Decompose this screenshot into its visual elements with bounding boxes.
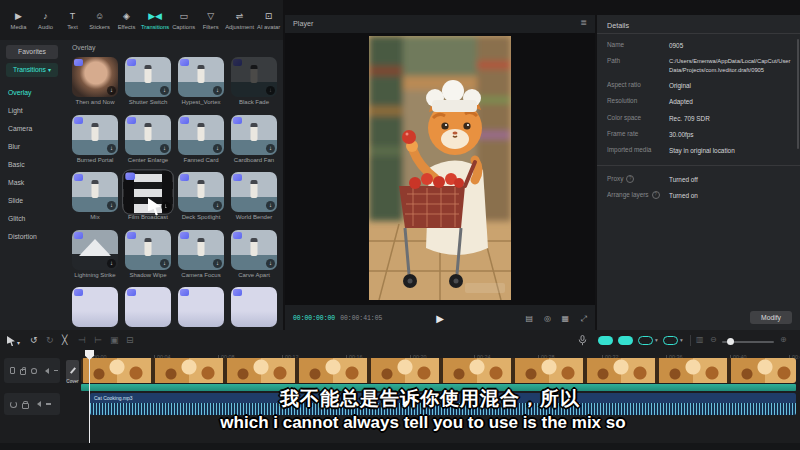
quality-icon[interactable]: ▦ [561,314,569,324]
transition-card[interactable] [123,287,173,330]
select-tool-caret-icon[interactable]: ▾ [17,337,20,349]
transition-thumbnail: ↓ [125,230,171,270]
trim-right-icon[interactable]: ⊢ [94,334,102,346]
transition-card[interactable] [70,287,120,330]
nav-audio[interactable]: ♪Audio [33,11,58,30]
sidebar-item-overlay[interactable]: Overlay [8,84,58,102]
sidebar-item-basic[interactable]: Basic [8,156,58,174]
transition-card-label: Film Broadcast [123,214,173,220]
transition-card-label: Center Enlarge [123,157,173,163]
transition-thumbnail: ↓ [178,172,224,212]
details-toggles: Proxy?Turned off Arrange layers?Turned o… [607,175,793,208]
sidebar-item-blur[interactable]: Blur [8,138,58,156]
nav-text[interactable]: TText [60,11,85,30]
chevron-down-icon[interactable]: ▾ [680,337,683,343]
timeline-zoom-handle[interactable] [727,338,734,345]
linked-clips-toggle[interactable] [638,336,653,345]
transition-card[interactable]: ↓World Bender [229,172,279,230]
nav-captions[interactable]: ▭Captions [171,11,196,30]
crop-icon[interactable]: ▣ [110,334,119,346]
collapse-icon[interactable] [54,370,58,372]
transition-card-label: Camera Focus [176,272,226,278]
zoom-in-icon[interactable]: ⊕ [780,334,787,346]
sidebar-item-distortion[interactable]: Distortion [8,228,58,246]
transition-card[interactable]: ↓Shadow Wipe [123,230,173,288]
transition-card[interactable] [229,287,279,330]
cat-chef-preview-image [369,36,511,300]
delete-icon[interactable]: ⊟ [126,334,134,346]
tracking-icon[interactable]: ◎ [544,314,551,324]
details-panel: Details Name0905 PathC:/Users/Emenwa/App… [597,15,800,330]
preview-frame-icon[interactable]: ▥ [696,334,704,346]
select-tool-icon[interactable] [7,336,15,346]
transition-card[interactable]: ↓Carve Apart [229,230,279,288]
hide-track-icon[interactable] [31,368,37,374]
category-selector[interactable]: Transitions▾ [6,63,58,77]
preview-stage[interactable] [285,33,595,305]
split-icon[interactable]: ╳ [62,334,67,346]
transition-card[interactable]: ↓Burned Portal [70,115,120,173]
lock-icon[interactable] [22,403,29,409]
collapse-icon[interactable] [46,403,51,405]
nav-media[interactable]: ▶Media [6,11,31,30]
transition-card[interactable]: ↓Cardboard Fan [229,115,279,173]
captions-icon: ▭ [179,11,188,22]
player-controls: 00:00:00:00 00:00:41:05 ▶ ▤ ◎ ▦ ⤢ [285,307,595,330]
adjustment-icon: ⇌ [236,11,244,22]
nav-transitions[interactable]: ▶◀Transitions [141,11,169,30]
mute-icon[interactable] [34,401,41,407]
play-button[interactable]: ▶ [436,313,444,324]
transition-thumbnail: ↓ [178,230,224,270]
transition-card[interactable]: ↓Camera Focus [176,230,226,288]
nav-stickers[interactable]: ☺Stickers [87,11,112,30]
favorites-button[interactable]: Favorites [6,45,58,59]
nav-effects[interactable]: ◈Effects [114,11,139,30]
transition-card[interactable]: ↓Deck Spotlight [176,172,226,230]
chevron-down-icon: ▾ [48,67,51,73]
main-track-magnet-toggle[interactable] [598,336,613,345]
sidebar-item-slide[interactable]: Slide [8,192,58,210]
download-icon: ↓ [160,86,169,95]
undo-icon[interactable]: ↺ [30,334,38,346]
vip-badge [127,289,136,296]
nav-ai-avatar[interactable]: ⊡AI avatar [256,11,281,30]
redo-icon[interactable]: ↻ [46,334,54,346]
lock-icon[interactable] [20,369,26,375]
mute-icon[interactable] [42,368,49,374]
download-icon: ↓ [213,259,222,268]
video-clip[interactable] [81,358,796,383]
player-panel: Player ≣ [285,15,595,330]
sidebar-item-light[interactable]: Light [8,102,58,120]
transition-card[interactable]: ↓Hypest_Vortex [176,57,226,115]
transition-card[interactable] [176,287,226,330]
transition-card[interactable]: ↓Lightning Strike [70,230,120,288]
ratio-icon[interactable]: ▤ [525,314,533,324]
transition-card-label: Shutter Switch [123,99,173,105]
sidebar-item-camera[interactable]: Camera [8,120,58,138]
nav-adjustment[interactable]: ⇌Adjustment [225,11,254,30]
transition-card[interactable]: ↓Black Fade [229,57,279,115]
nav-filters[interactable]: ▽Filters [198,11,223,30]
details-scrollbar[interactable] [797,39,799,149]
trim-left-icon[interactable]: ⊣ [78,334,86,346]
chevron-down-icon[interactable]: ▾ [655,337,658,343]
sidebar-item-mask[interactable]: Mask [8,174,58,192]
record-voiceover-icon[interactable] [578,335,587,346]
transition-card[interactable]: ↓Then and Now [70,57,120,115]
transition-card[interactable]: ↓Center Enlarge [123,115,173,173]
transition-card[interactable]: ↓Shutter Switch [123,57,173,115]
cover-button[interactable]: Cover [66,360,79,382]
zoom-out-icon[interactable]: ⊖ [710,334,717,346]
transition-thumbnail: ↓ [178,57,224,97]
detail-row-arrange-layers: Arrange layers?Turned on [607,191,793,200]
preview-axis-toggle[interactable] [663,336,678,345]
transition-card[interactable]: ↓Fanned Card [176,115,226,173]
vip-badge [233,232,242,239]
sidebar-item-glitch[interactable]: Glitch [8,210,58,228]
modify-button[interactable]: Modify [750,311,792,324]
auto-snap-toggle[interactable] [618,336,633,345]
vip-badge [74,174,83,181]
player-menu-icon[interactable]: ≣ [580,18,587,27]
fullscreen-icon[interactable]: ⤢ [581,314,587,324]
transition-card[interactable]: ↓Mix [70,172,120,230]
